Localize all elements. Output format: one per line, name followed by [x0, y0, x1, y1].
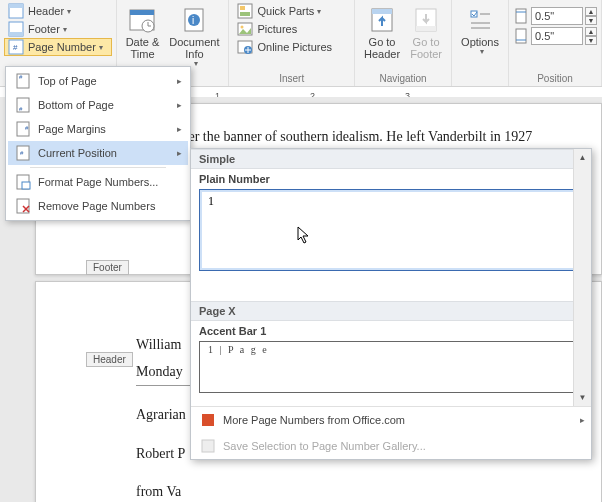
office-icon [199, 412, 217, 428]
chevron-down-icon: ▾ [317, 7, 321, 16]
page-margins-icon: # [14, 121, 32, 137]
svg-rect-15 [240, 6, 245, 10]
chevron-down-icon: ▾ [194, 60, 198, 69]
calendar-icon [126, 4, 158, 36]
gallery-footer: More Page Numbers from Office.com▸ Save … [191, 406, 591, 459]
body-text: ating under the banner of southern ideal… [136, 124, 601, 151]
menu-remove-page-numbers[interactable]: Remove Page Numbers [8, 194, 188, 218]
online-pictures-button[interactable]: Online Pictures [233, 38, 350, 56]
body-text: Monday [136, 359, 196, 387]
gallery-category-pagex: Page X [191, 301, 591, 321]
page-number-menu: #Top of Page▸ #Bottom of Page▸ #Page Mar… [5, 66, 191, 221]
submenu-arrow-icon: ▸ [177, 124, 182, 134]
footer-icon [8, 21, 24, 37]
page-number-button[interactable]: #Page Number▾ [4, 38, 112, 56]
goto-footer-icon [410, 4, 442, 36]
svg-rect-24 [416, 26, 436, 31]
page-number-gallery: Simple Plain Number 1 Page X Accent Bar … [190, 148, 592, 460]
svg-rect-31 [516, 29, 526, 43]
gallery-item-plain-number: Plain Number [191, 169, 591, 187]
options-icon [464, 4, 496, 36]
header-from-top[interactable]: 0.5"▲▼ [513, 7, 597, 25]
spinner[interactable]: ▲▼ [585, 7, 597, 25]
svg-rect-7 [130, 10, 154, 15]
quick-parts-icon [237, 3, 253, 19]
menu-top-of-page[interactable]: #Top of Page▸ [8, 69, 188, 93]
gallery-category-simple: Simple [191, 149, 591, 169]
chevron-down-icon: ▾ [63, 25, 67, 34]
goto-footer-button: Go to Footer [405, 2, 447, 62]
svg-rect-22 [372, 9, 392, 14]
menu-page-margins[interactable]: #Page Margins▸ [8, 117, 188, 141]
submenu-arrow-icon: ▸ [177, 148, 182, 158]
body-text: from Va [136, 479, 601, 502]
chevron-down-icon: ▾ [67, 7, 71, 16]
svg-rect-29 [516, 9, 526, 23]
position-group-label: Position [513, 71, 597, 85]
menu-current-position[interactable]: #Current Position▸ [8, 141, 188, 165]
footer-tag: Footer [86, 260, 129, 275]
gallery-preview-plain-number[interactable]: 1 [199, 189, 583, 271]
margin-top-icon [513, 8, 529, 24]
format-icon [14, 174, 32, 190]
svg-rect-1 [9, 4, 23, 8]
submenu-arrow-icon: ▸ [177, 76, 182, 86]
options-button[interactable]: Options▾ [456, 2, 504, 59]
gallery-preview-accent-bar[interactable]: 1 | P a g e [199, 341, 583, 393]
chevron-down-icon: ▾ [99, 43, 103, 52]
scroll-up-icon[interactable]: ▲ [574, 149, 591, 166]
document-info-button[interactable]: iDocument Info▾ [164, 2, 224, 71]
svg-point-18 [241, 26, 244, 29]
svg-rect-44 [202, 414, 214, 426]
spinner[interactable]: ▲▼ [585, 27, 597, 45]
remove-icon [14, 198, 32, 214]
footer-button[interactable]: Footer▾ [4, 20, 112, 38]
header-tag: Header [86, 352, 133, 367]
svg-rect-3 [9, 32, 23, 36]
footer-from-bottom[interactable]: 0.5"▲▼ [513, 27, 597, 45]
goto-header-button[interactable]: Go to Header [359, 2, 405, 62]
header-button[interactable]: Header▾ [4, 2, 112, 20]
current-position-icon: # [14, 145, 32, 161]
submenu-arrow-icon: ▸ [177, 100, 182, 110]
more-page-numbers[interactable]: More Page Numbers from Office.com▸ [191, 407, 591, 433]
navigation-group-label: Navigation [359, 71, 447, 85]
header-icon [8, 3, 24, 19]
submenu-arrow-icon: ▸ [580, 415, 585, 425]
svg-rect-42 [22, 182, 30, 189]
page-bottom-icon: # [14, 97, 32, 113]
page-number-icon: # [8, 39, 24, 55]
svg-rect-45 [202, 440, 214, 452]
quick-parts-button[interactable]: Quick Parts▾ [233, 2, 350, 20]
doc-info-icon: i [178, 4, 210, 36]
date-time-button[interactable]: Date & Time [121, 2, 165, 62]
pictures-button[interactable]: Pictures [233, 20, 350, 38]
margin-bottom-icon [513, 28, 529, 44]
save-icon [199, 438, 217, 454]
scroll-down-icon[interactable]: ▼ [574, 389, 591, 406]
online-pictures-icon [237, 39, 253, 55]
insert-group-label: Insert [233, 71, 350, 85]
menu-format-page-numbers[interactable]: Format Page Numbers... [8, 170, 188, 194]
chevron-down-icon: ▾ [480, 48, 484, 57]
goto-header-icon [366, 4, 398, 36]
separator [30, 167, 166, 168]
menu-bottom-of-page[interactable]: #Bottom of Page▸ [8, 93, 188, 117]
svg-text:#: # [13, 43, 18, 52]
svg-rect-16 [240, 12, 250, 16]
scrollbar[interactable]: ▲▼ [573, 149, 591, 406]
page-top-icon: # [14, 73, 32, 89]
svg-text:i: i [192, 15, 194, 26]
save-selection: Save Selection to Page Number Gallery... [191, 433, 591, 459]
pictures-icon [237, 21, 253, 37]
gallery-item-accent-bar: Accent Bar 1 [191, 321, 591, 339]
